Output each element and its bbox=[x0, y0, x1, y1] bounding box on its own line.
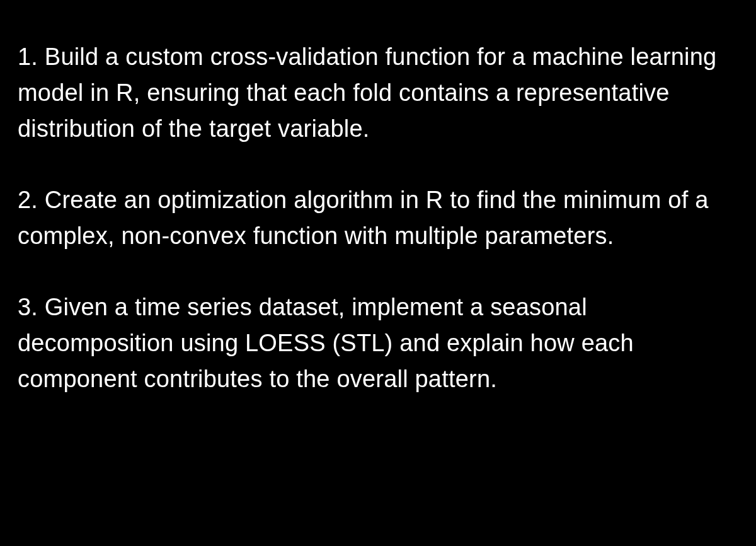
list-item: 3. Given a time series dataset, implemen… bbox=[18, 289, 738, 397]
document-content: 1. Build a custom cross-validation funct… bbox=[0, 0, 756, 546]
list-item: 1. Build a custom cross-validation funct… bbox=[18, 39, 738, 147]
list-item: 2. Create an optimization algorithm in R… bbox=[18, 182, 738, 254]
